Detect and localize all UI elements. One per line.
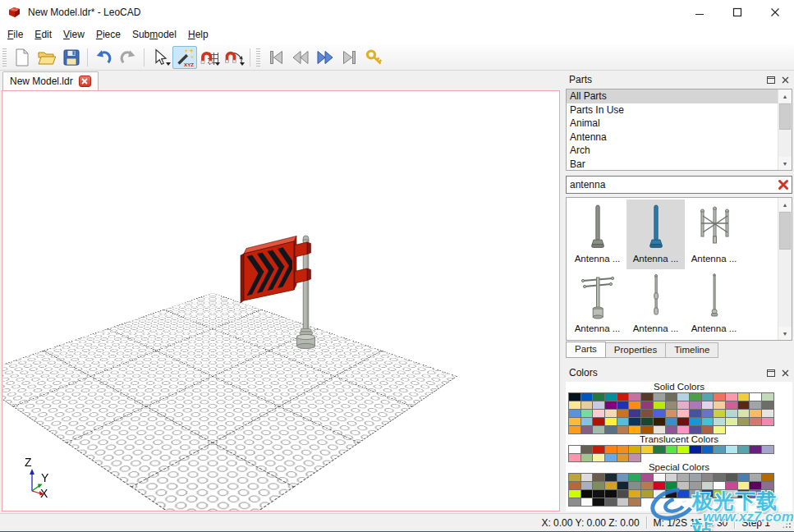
- menu-item-help[interactable]: Help: [182, 26, 214, 43]
- color-swatch[interactable]: [677, 445, 690, 454]
- move-snap-xyz-button[interactable]: XYZ: [172, 46, 197, 69]
- color-swatch[interactable]: [640, 489, 654, 498]
- color-swatch[interactable]: [628, 425, 641, 434]
- part-item[interactable]: Antenna ...: [685, 200, 743, 269]
- menu-item-submodel[interactable]: Submodel: [126, 26, 182, 43]
- snap-grid-button[interactable]: [197, 46, 222, 69]
- tab-close-button[interactable]: [79, 76, 91, 87]
- parts-grid-scrollbar[interactable]: ▲ ▼: [778, 198, 792, 340]
- color-swatch[interactable]: [617, 498, 630, 507]
- menu-item-file[interactable]: File: [2, 26, 29, 43]
- color-swatch[interactable]: [568, 425, 581, 434]
- color-swatch[interactable]: [749, 489, 762, 498]
- color-swatch[interactable]: [628, 498, 641, 507]
- color-swatch[interactable]: [604, 453, 617, 462]
- color-swatch[interactable]: [689, 425, 702, 434]
- menu-item-view[interactable]: View: [57, 26, 90, 43]
- scroll-up-icon[interactable]: ▲: [778, 89, 792, 103]
- part-item[interactable]: Antenna ...: [685, 269, 743, 339]
- color-swatch[interactable]: [628, 453, 641, 462]
- category-item-bar[interactable]: Bar: [567, 158, 778, 171]
- color-swatch[interactable]: [713, 489, 726, 498]
- color-swatch[interactable]: [713, 425, 726, 434]
- color-swatch[interactable]: [604, 425, 617, 434]
- color-swatch[interactable]: [581, 425, 594, 434]
- category-item-arch[interactable]: Arch: [567, 144, 778, 158]
- part-item[interactable]: Antenna ...: [568, 200, 626, 269]
- new-file-button[interactable]: [10, 46, 34, 69]
- color-swatch[interactable]: [617, 453, 630, 462]
- resize-grip[interactable]: [782, 519, 792, 529]
- category-item-all-parts[interactable]: All Parts: [567, 89, 778, 103]
- color-swatch[interactable]: [701, 489, 714, 498]
- tab-timeline[interactable]: Timeline: [666, 342, 718, 358]
- save-button[interactable]: [59, 46, 84, 69]
- close-button[interactable]: [756, 0, 794, 25]
- color-swatch[interactable]: [568, 498, 581, 507]
- color-swatch[interactable]: [725, 445, 738, 454]
- color-swatch[interactable]: [592, 498, 605, 507]
- color-swatch[interactable]: [737, 445, 750, 454]
- tab-parts[interactable]: Parts: [566, 342, 606, 358]
- color-swatch[interactable]: [737, 417, 750, 426]
- color-swatch[interactable]: [640, 425, 654, 434]
- color-swatch[interactable]: [749, 445, 762, 454]
- toolbar-handle[interactable]: [256, 48, 260, 66]
- color-swatch[interactable]: [665, 489, 678, 498]
- close-dock-icon[interactable]: [782, 76, 789, 84]
- color-swatch[interactable]: [761, 489, 774, 498]
- category-scrollbar[interactable]: ▲ ▼: [778, 89, 792, 170]
- keyframe-button[interactable]: [362, 46, 387, 69]
- color-swatch[interactable]: [761, 445, 774, 454]
- color-swatch[interactable]: [665, 445, 678, 454]
- next-step-button[interactable]: [313, 46, 337, 69]
- color-swatch[interactable]: [653, 425, 666, 434]
- category-item-parts-in-use[interactable]: Parts In Use: [567, 103, 778, 117]
- scroll-up-icon[interactable]: ▲: [778, 198, 792, 211]
- undo-button[interactable]: [91, 46, 116, 69]
- part-item-selected[interactable]: Antenna ...: [626, 200, 685, 269]
- parts-search-input[interactable]: [566, 176, 792, 194]
- color-swatch[interactable]: [581, 498, 594, 507]
- color-swatch[interactable]: [701, 445, 714, 454]
- menu-item-piece[interactable]: Piece: [90, 26, 126, 43]
- color-swatch[interactable]: [581, 453, 594, 462]
- open-button[interactable]: [34, 46, 59, 69]
- previous-step-button[interactable]: [288, 46, 313, 69]
- clear-search-icon[interactable]: [778, 179, 789, 190]
- category-item-animal[interactable]: Animal: [567, 117, 778, 131]
- first-step-button[interactable]: [264, 46, 288, 69]
- color-swatch[interactable]: [725, 489, 738, 498]
- flag-on-antenna-model[interactable]: [231, 232, 329, 357]
- menu-item-edit[interactable]: Edit: [29, 26, 57, 43]
- color-swatch[interactable]: [701, 425, 714, 434]
- part-item[interactable]: Antenna ...: [568, 269, 626, 339]
- category-item-antenna[interactable]: Antenna: [567, 131, 778, 144]
- color-swatch[interactable]: [653, 445, 666, 454]
- color-swatch[interactable]: [761, 417, 774, 426]
- color-swatch[interactable]: [640, 445, 654, 454]
- color-swatch[interactable]: [592, 453, 605, 462]
- color-swatch[interactable]: [592, 425, 605, 434]
- color-swatch[interactable]: [665, 425, 678, 434]
- select-tool-button[interactable]: [148, 46, 172, 69]
- float-dock-icon[interactable]: [767, 76, 775, 84]
- 3d-viewport[interactable]: Z Y X: [2, 90, 560, 511]
- color-swatch[interactable]: [689, 489, 702, 498]
- color-swatch[interactable]: [568, 453, 581, 462]
- scroll-thumb[interactable]: [779, 103, 791, 130]
- float-dock-icon[interactable]: [767, 369, 775, 377]
- scroll-thumb[interactable]: [779, 212, 791, 250]
- color-swatch[interactable]: [604, 498, 617, 507]
- minimize-button[interactable]: [681, 0, 718, 25]
- toolbar-handle[interactable]: [2, 48, 7, 66]
- tab-properties[interactable]: Properties: [606, 342, 666, 358]
- color-swatch[interactable]: [713, 445, 726, 454]
- last-step-button[interactable]: [337, 46, 362, 69]
- color-swatch[interactable]: [737, 489, 750, 498]
- color-swatch[interactable]: [617, 425, 630, 434]
- document-tab[interactable]: New Model.ldr: [2, 71, 99, 90]
- color-swatch[interactable]: [749, 417, 762, 426]
- color-swatch[interactable]: [677, 425, 690, 434]
- maximize-button[interactable]: [718, 0, 756, 25]
